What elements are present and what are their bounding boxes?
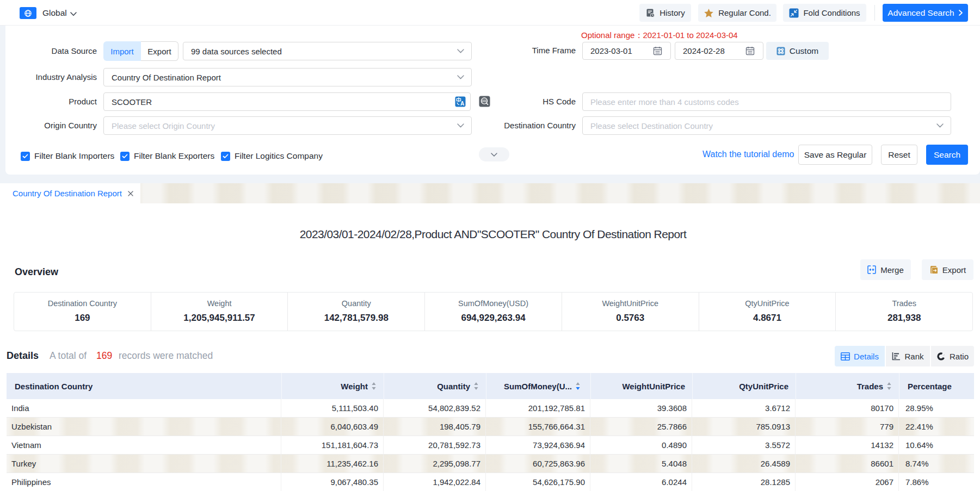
svg-text:A: A xyxy=(460,101,464,107)
